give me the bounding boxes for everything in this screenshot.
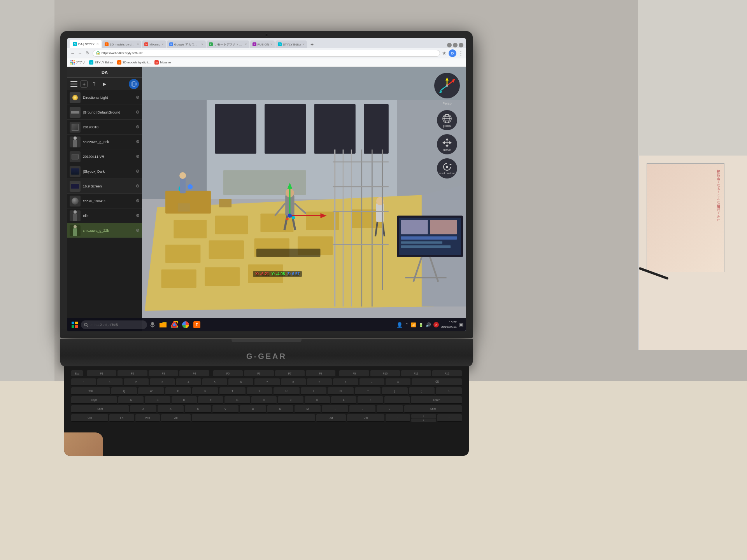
reset-position-button[interactable]: reset position [437,158,457,178]
item8-settings-icon[interactable]: ⚙ [136,198,140,203]
bookmark-mixamo[interactable]: M Mixamo [154,60,171,65]
key-esc[interactable]: Esc [71,370,83,377]
key-3[interactable]: 3 [150,378,175,386]
item4-settings-icon[interactable]: ⚙ [136,139,140,144]
bookmark-3dmodels[interactable]: 3 3D models by digit... [117,60,151,65]
key-m[interactable]: M [295,405,321,413]
key-alt-r[interactable]: Alt [316,414,346,422]
key-1[interactable]: 1 [97,378,122,386]
key-x[interactable]: X [158,405,184,413]
key-f6[interactable]: F6 [244,370,274,377]
key-z[interactable]: Z [130,405,156,413]
back-button[interactable]: ← [70,50,76,56]
key-semicolon[interactable]: ; [358,396,383,404]
key-f12[interactable]: F12 [432,370,462,377]
menu-button[interactable]: ⋮ [458,50,463,56]
tab-mixamo[interactable]: M Mixamo × [142,40,166,48]
forward-button[interactable]: → [77,50,83,56]
person-safety-icon[interactable]: 👤 [396,322,403,328]
taskbar-search-bar[interactable]: ここに入力して検索 [81,320,147,329]
key-win[interactable]: Win [135,414,160,422]
key-period[interactable]: . [349,405,375,413]
key-0[interactable]: 0 [333,378,358,386]
key-a[interactable]: A [118,396,144,404]
key-s[interactable]: S [145,396,170,404]
key-f4[interactable]: F4 [179,370,209,377]
tab7-close[interactable]: × [303,42,305,46]
key-ctrl[interactable]: Ctrl [71,414,108,422]
key-right[interactable]: → [437,414,462,422]
scene-item-directional-light[interactable]: Directional Light ⚙ [67,90,142,105]
taskbar-file-explorer[interactable] [158,320,168,330]
key-w[interactable]: W [138,387,164,395]
key-backtick[interactable]: ` [71,378,96,386]
tab-3d-models[interactable]: 3 3D models by digital... × [102,40,141,48]
item6-settings-icon[interactable]: ⚙ [136,169,140,174]
key-space[interactable] [192,414,315,422]
action-center-icon[interactable]: ▣ [459,322,463,327]
key-6[interactable]: 6 [228,378,253,386]
scene-item-169screen[interactable]: 16.9 Screen ⚙ [67,179,142,194]
key-e[interactable]: E [165,387,191,395]
key-f[interactable]: F [198,396,223,404]
user-avatar[interactable]: D [449,49,456,57]
bookmark-apps[interactable]: アプリ [70,60,85,65]
bookmark-star[interactable]: ★ [442,50,447,56]
volume-icon[interactable]: 🔊 [426,322,431,327]
scene-item-idle[interactable]: Idle ⚙ [67,208,142,223]
minimize-button[interactable] [447,43,452,47]
key-i[interactable]: I [301,387,327,395]
viewport-3d[interactable]: X: -6.21 Y: -4.08 Z: 6.57 [142,67,466,331]
tab-google[interactable]: G Google アカウント × [167,40,206,48]
add-object-button[interactable]: + [81,80,88,88]
key-d[interactable]: D [172,396,197,404]
tab1-close[interactable]: × [96,42,98,46]
key-minus[interactable]: - [359,378,384,386]
key-quote[interactable]: ' [384,396,410,404]
key-7[interactable]: 7 [254,378,279,386]
key-u[interactable]: U [274,387,300,395]
key-equals[interactable]: = [386,378,410,386]
key-ctrl-r[interactable]: Ctrl [347,414,384,422]
key-rshift[interactable]: Shift [404,405,462,413]
key-y[interactable]: Y [247,387,273,395]
menu-icon[interactable] [70,81,77,87]
new-tab-button[interactable]: + [308,40,316,48]
reload-button[interactable]: ↻ [84,50,91,56]
key-f11[interactable]: F11 [401,370,431,377]
key-backspace[interactable]: ⌫ [412,378,462,386]
network-icon[interactable]: 📶 [411,322,416,327]
key-caps[interactable]: Caps [71,396,117,404]
perspective-widget[interactable] [434,73,460,98]
scene-item-choku[interactable]: choku_190411 ⚙ [67,194,142,208]
key-lbracket[interactable]: [ [382,387,408,395]
key-8[interactable]: 8 [281,378,306,386]
key-k[interactable]: K [305,396,330,404]
key-lshift[interactable]: Shift [71,405,129,413]
tab2-close[interactable]: × [137,42,139,46]
scene-item-skybox[interactable]: [Skybox] Dark ⚙ [67,164,142,179]
item5-settings-icon[interactable]: ⚙ [136,154,140,159]
scene-item-shiozawa1[interactable]: shiozawa_g_22k ⚙ [67,135,142,149]
notification-x-icon[interactable]: × [433,322,439,327]
tab4-close[interactable]: × [201,42,203,46]
taskbar-clock[interactable]: 15:22 2019/04/11 [441,320,457,329]
key-enter[interactable]: Enter [411,396,462,404]
key-f9[interactable]: F9 [339,370,369,377]
start-button[interactable] [70,320,80,330]
key-h[interactable]: H [251,396,277,404]
tab-styly-editor[interactable]: S STYLY Editor × [275,40,307,48]
info-icon[interactable]: ? [91,80,98,88]
taskbar-circle-app[interactable] [181,320,191,330]
key-backslash[interactable]: \ [436,387,462,395]
key-j[interactable]: J [278,396,303,404]
scene-item-20190318[interactable]: 20190318 ⚙ [67,120,142,135]
tab-da-styly[interactable]: S DA | STYLY × [70,40,102,48]
key-9[interactable]: 9 [307,378,332,386]
key-f8[interactable]: F8 [306,370,335,377]
key-f5[interactable]: F5 [213,370,243,377]
key-g[interactable]: G [224,396,250,404]
key-f7[interactable]: F7 [275,370,305,377]
voice-input-icon[interactable] [148,320,157,329]
close-button[interactable] [459,43,463,47]
